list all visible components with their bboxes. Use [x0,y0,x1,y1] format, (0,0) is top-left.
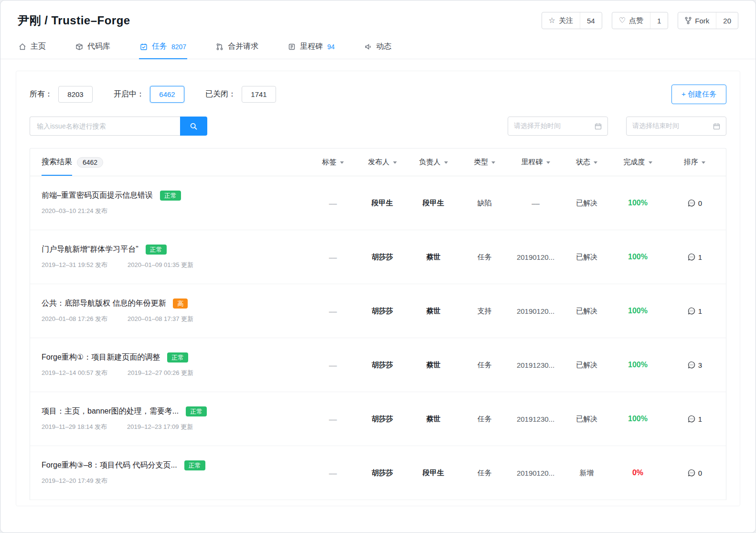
issue-title[interactable]: 项目：主页，banner图的处理，需要考... [42,406,179,416]
page-title: 尹刚 / Trustie–Forge [18,13,130,28]
create-issue-button[interactable]: + 创建任务 [671,85,726,104]
filter-all-count[interactable]: 8203 [58,86,93,103]
progress-cell: 100% [628,415,648,423]
publisher-cell[interactable]: 段甲生 [357,199,408,208]
activity-icon [364,43,372,51]
column-header[interactable]: 状态 [561,158,612,167]
publisher-cell[interactable]: 胡莎莎 [357,415,408,424]
milestone-cell[interactable]: 20190120... [510,469,561,477]
comments-cell[interactable]: 1 [663,307,726,315]
repository-icon [75,43,83,51]
comments-cell[interactable]: 3 [663,361,726,369]
watch-button[interactable]: ☆ 关注 54 [542,12,602,29]
assignee-cell[interactable]: 蔡世 [408,253,459,262]
milestone-cell[interactable]: 20190120... [510,307,561,315]
table-row[interactable]: 门户导航新增“群体学习平台” 正常 2019–12–31 19:52 发布 20… [30,230,726,284]
issue-title[interactable]: Forge重构①：项目新建页面的调整 [42,352,160,362]
updated-date: 2020–01–09 01:35 更新 [128,261,193,269]
progress-cell: 100% [628,307,648,315]
issue-title[interactable]: 前端–重置密码页面提示信息错误 [42,191,153,201]
tab-repository[interactable]: 代码库 [75,35,111,59]
issue-meta: 2020–03–10 21:24 发布 [42,207,309,215]
table-row[interactable]: 项目：主页，banner图的处理，需要考... 正常 2019–11–29 18… [30,392,726,446]
type-cell: 缺陷 [459,199,510,208]
heart-icon: ♡ [619,17,626,24]
start-date-picker[interactable]: 请选择开始时间 [508,117,608,136]
milestone-cell[interactable]: 20191230... [510,415,561,423]
column-header[interactable]: 发布人 [357,158,408,167]
priority-badge: 正常 [184,460,205,470]
tag-cell: –– [309,307,357,315]
filter-open-label: 开启中： [114,89,144,99]
assignee-cell[interactable]: 段甲生 [408,469,459,478]
tab-issues-count: 8207 [171,43,186,51]
publisher-cell[interactable]: 胡莎莎 [357,361,408,370]
fork-count[interactable]: 20 [716,12,738,29]
search-button[interactable] [180,117,207,136]
table-row[interactable]: 前端–重置密码页面提示信息错误 正常 2020–03–10 21:24 发布 –… [30,176,726,230]
table-row[interactable]: Forge重构①：项目新建页面的调整 正常 2019–12–14 00:57 发… [30,338,726,392]
progress-cell: 100% [628,361,648,369]
milestone-cell[interactable]: 20190120... [510,253,561,261]
comment-icon [687,199,696,207]
publisher-cell[interactable]: 胡莎莎 [357,469,408,478]
tab-activity-label: 动态 [376,42,392,52]
filter-open-count[interactable]: 6462 [150,86,184,103]
status-cell: 已解决 [561,307,612,316]
assignee-cell[interactable]: 蔡世 [408,307,459,316]
issue-title[interactable]: 门户导航新增“群体学习平台” [42,245,138,255]
milestone-cell[interactable]: –– [510,199,561,207]
priority-badge: 正常 [186,406,207,416]
table-row[interactable]: 公共：底部导航版权 信息的年份更新 高 2020–01–08 17:26 发布 … [30,284,726,338]
column-header[interactable]: 完成度 [612,158,663,167]
issue-title[interactable]: Forge重构③–8：项目代码 代码分支页... [42,460,177,470]
comments-cell[interactable]: 0 [663,469,726,477]
filter-closed-count[interactable]: 1741 [242,86,276,103]
chevron-down-icon [491,161,495,164]
result-tab[interactable]: 搜索结果 6462 [30,149,309,176]
tag-cell: –– [309,253,357,261]
praise-count[interactable]: 1 [650,12,668,29]
column-header[interactable]: 里程碑 [510,158,561,167]
fork-icon [685,17,692,24]
tab-milestones[interactable]: 里程碑 94 [287,35,336,59]
issues-panel: 所有： 8203 开启中： 6462 已关闭： 1741 + 创建任务 [16,71,740,506]
issue-meta: 2019–12–31 19:52 发布 2020–01–09 01:35 更新 [42,261,309,269]
comments-cell[interactable]: 1 [663,415,726,423]
publisher-cell[interactable]: 胡莎莎 [357,253,408,262]
watch-label: 关注 [559,16,573,25]
fork-label: Fork [695,17,709,25]
column-header[interactable]: 排序 [663,158,726,167]
chevron-down-icon [393,161,397,164]
issue-title[interactable]: 公共：底部导航版权 信息的年份更新 [42,298,166,309]
comments-cell[interactable]: 1 [663,253,726,261]
tab-issues[interactable]: 任务 8207 [139,35,187,59]
published-date: 2019–12–20 17:49 发布 [42,477,107,485]
end-date-picker[interactable]: 请选择结束时间 [626,117,726,136]
assignee-cell[interactable]: 段甲生 [408,199,459,208]
praise-button[interactable]: ♡ 点赞 1 [612,12,669,29]
repo-nav-tabs: 主页 代码库 任务 8207 合并请求 里程碑 94 动态 [0,32,756,59]
comments-cell[interactable]: 0 [663,199,726,207]
tab-pull-requests[interactable]: 合并请求 [215,35,259,59]
publisher-cell[interactable]: 胡莎莎 [357,307,408,316]
tab-activity[interactable]: 动态 [363,35,393,59]
watch-count[interactable]: 54 [580,12,602,29]
search-input[interactable] [30,117,180,136]
assignee-cell[interactable]: 蔡世 [408,415,459,424]
status-cell: 新增 [561,469,612,478]
assignee-cell[interactable]: 蔡世 [408,361,459,370]
praise-label: 点赞 [629,16,643,25]
search-row: 请选择开始时间 请选择结束时间 [30,117,726,136]
column-header[interactable]: 负责人 [408,158,459,167]
type-cell: 任务 [459,253,510,262]
tag-cell: –– [309,415,357,423]
fork-button[interactable]: Fork 20 [678,12,738,29]
table-row[interactable]: Forge重构③–8：项目代码 代码分支页... 正常 2019–12–20 1… [30,446,726,500]
app-window: 尹刚 / Trustie–Forge ☆ 关注 54 ♡ 点赞 1 [0,0,756,533]
comment-icon [687,253,696,261]
column-header[interactable]: 类型 [459,158,510,167]
column-header[interactable]: 标签 [309,158,357,167]
milestone-cell[interactable]: 20191230... [510,361,561,369]
tab-home[interactable]: 主页 [18,35,47,59]
